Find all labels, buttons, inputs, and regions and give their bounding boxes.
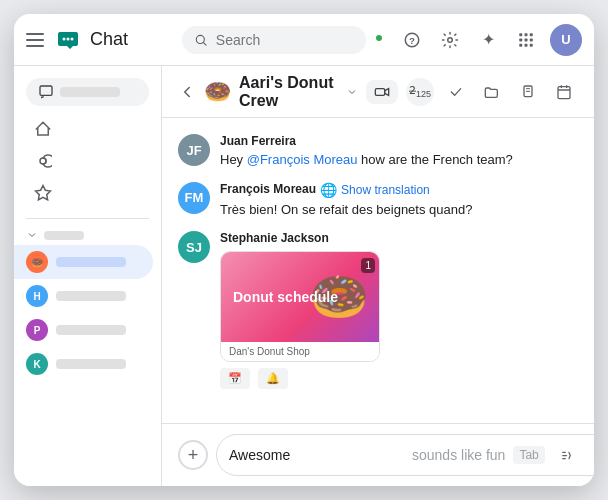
chats-section-header[interactable] [14,225,161,245]
topbar: Chat ? ✦ U [14,14,594,66]
chat-header: 🍩 Aari's Donut Crew 2̶125 [162,66,594,118]
person3-avatar: P [26,319,48,341]
svg-rect-16 [525,43,528,46]
svg-rect-9 [519,33,522,36]
svg-rect-24 [558,86,570,98]
apps-icon[interactable] [512,26,540,54]
h-avatar: H [26,285,48,307]
message-row: JF Juan Ferreira Hey @François Moreau ho… [178,134,578,170]
sidebar: 🍩 H P K [14,66,162,486]
star-icon [34,184,52,202]
timer-icon[interactable] [514,78,542,106]
mention-francois[interactable]: @François Moreau [247,152,358,167]
group-title[interactable]: Aari's Donut Crew [239,74,358,110]
translation-row: François Moreau 🌐 Show translation [220,182,578,198]
app-window: Chat ? ✦ U [14,14,594,486]
message-group-stephanie: SJ Stephanie Jackson Donut schedule 🍩 1 [178,231,578,389]
svg-point-2 [67,37,70,40]
juan-sender: Juan Ferreira [220,134,578,148]
message-input[interactable] [229,447,404,463]
input-actions: ☺ ⊕ [553,441,594,469]
message-group-francois: FM François Moreau 🌐 Show translation Tr… [178,182,578,220]
person4-avatar: K [26,353,48,375]
search-input[interactable] [216,32,354,48]
card-actions: 📅 🔔 [220,368,578,389]
stephanie-message: Stephanie Jackson Donut schedule 🍩 1 Dan… [220,231,578,389]
emoji-icon[interactable]: ☺ [585,441,594,469]
search-icon [194,32,208,48]
search-bar[interactable] [182,26,366,54]
group-emoji: 🍩 [204,79,231,105]
main-area: 🍩 H P K 🍩 [14,66,594,486]
format-icon[interactable] [553,441,581,469]
sidebar-divider [26,218,149,219]
card-image: Donut schedule 🍩 1 [221,252,380,342]
user-avatar[interactable]: U [550,24,582,56]
settings-icon[interactable] [436,26,464,54]
chat-pane: 🍩 Aari's Donut Crew 2̶125 [162,66,594,486]
donut-card[interactable]: Donut schedule 🍩 1 Dan's Donut Shop [220,251,380,362]
svg-rect-17 [530,43,533,46]
svg-rect-13 [525,38,528,41]
back-button[interactable] [178,83,196,101]
svg-rect-18 [40,86,52,95]
sidebar-item-person4[interactable]: K [14,347,153,381]
topbar-left: Chat [26,26,174,54]
hamburger-icon[interactable] [26,30,46,50]
svg-rect-10 [525,33,528,36]
svg-rect-15 [519,43,522,46]
donut-crew-label [56,257,126,267]
card-source: Dan's Donut Shop [221,342,379,361]
chevron-down-icon [346,84,358,100]
card-badge: 1 [361,258,375,273]
sidebar-item-person3[interactable]: P [14,313,153,347]
video-call-button[interactable] [366,80,398,104]
show-translation-button[interactable]: Show translation [341,183,430,197]
svg-point-1 [63,37,66,40]
card-title: Donut schedule [233,288,338,306]
tasks-button[interactable]: 2̶125 [406,78,434,106]
sidebar-item-mentions[interactable] [22,146,145,176]
message-row: FM François Moreau 🌐 Show translation Tr… [178,182,578,220]
sidebar-item-h[interactable]: H [14,279,153,313]
svg-rect-20 [375,88,384,95]
chat-header-actions: 2̶125 [366,78,578,106]
sidebar-item-home[interactable] [22,114,145,144]
svg-point-8 [448,37,453,42]
sidebar-item-donut-crew[interactable]: 🍩 [14,245,153,279]
person3-label [56,325,126,335]
calendar-icon[interactable] [550,78,578,106]
donut-crew-avatar: 🍩 [26,251,48,273]
card-action-notify[interactable]: 🔔 [258,368,288,389]
stephanie-avatar: SJ [178,231,210,263]
edit-icon [38,84,54,100]
sidebar-item-starred[interactable] [22,178,145,208]
check-icon[interactable] [442,78,470,106]
person4-label [56,359,126,369]
francois-text: Très bien! On se refait des beignets qua… [220,200,578,220]
home-icon [34,120,52,138]
message-input-container[interactable]: sounds like fun Tab ☺ ⊕ [216,434,594,476]
input-hint: sounds like fun [412,447,505,463]
status-indicator [374,33,388,47]
message-row: SJ Stephanie Jackson Donut schedule 🍩 1 [178,231,578,389]
message-group-juan: JF Juan Ferreira Hey @François Moreau ho… [178,134,578,170]
card-action-calendar[interactable]: 📅 [220,368,250,389]
folder-icon[interactable] [478,78,506,106]
add-button[interactable]: + [178,440,208,470]
new-chat-label [60,87,120,97]
juan-avatar: JF [178,134,210,166]
stephanie-sender: Stephanie Jackson [220,231,578,245]
status-dot [374,33,384,43]
input-bar: + sounds like fun Tab ☺ ⊕ [162,423,594,486]
at-icon [34,152,52,170]
h-label [56,291,126,301]
tab-hint: Tab [513,446,544,464]
chevron-down-icon [26,229,38,241]
sparkle-icon[interactable]: ✦ [474,26,502,54]
francois-sender: François Moreau [220,182,316,196]
help-icon[interactable]: ? [398,26,426,54]
topbar-right: ? ✦ U [374,24,582,56]
translate-icon: 🌐 [320,182,337,198]
new-chat-button[interactable] [26,78,149,106]
